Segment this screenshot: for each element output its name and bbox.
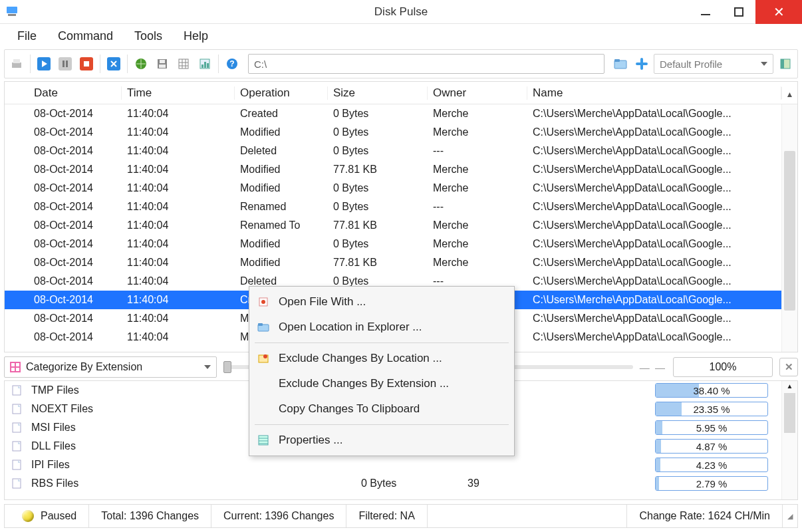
status-total: Total: 1396 Changes	[89, 505, 211, 527]
percent-bar: 4.23 %	[655, 458, 768, 472]
cell-name: C:\Users\Merche\AppData\Local\Google...	[527, 182, 797, 194]
open-file-icon	[256, 297, 271, 307]
list-item[interactable]: IPI Files4.23 %	[5, 456, 781, 474]
folder-open-icon	[256, 323, 271, 332]
list-item[interactable]: RBS Files0 Bytes392.79 %	[5, 474, 781, 493]
svg-rect-21	[204, 62, 206, 68]
menu-command[interactable]: Command	[47, 25, 124, 47]
ctx-open-file[interactable]: Open File With ...	[251, 289, 513, 315]
ctx-copy-clipboard[interactable]: Copy Changes To Clipboard	[251, 396, 513, 422]
add-icon[interactable]	[632, 55, 651, 73]
header-operation[interactable]: Operation	[235, 86, 328, 100]
cell-name: C:\Users\Merche\AppData\Local\Google...	[527, 126, 797, 138]
cell-time: 11:40:04	[122, 313, 235, 325]
header-name[interactable]: Name	[527, 86, 781, 100]
scroll-up-icon[interactable]: ▲	[781, 87, 797, 99]
status-current: Current: 1396 Changes	[211, 505, 346, 527]
cell-date: 08-Oct-2014	[29, 238, 122, 250]
file-icon	[5, 422, 29, 433]
clear-icon[interactable]	[104, 55, 123, 73]
cell-date: 08-Oct-2014	[29, 219, 122, 231]
cell-name: C:\Users\Merche\AppData\Local\Google...	[527, 257, 797, 269]
svg-rect-32	[11, 368, 15, 371]
svg-rect-5	[13, 59, 20, 63]
cell-date: 08-Oct-2014	[29, 331, 122, 343]
profile-selector[interactable]: Default Profile	[654, 54, 773, 74]
cell-name: C:\Users\Merche\AppData\Local\Google...	[527, 331, 797, 343]
grid-icon[interactable]	[174, 55, 193, 73]
category-scrollbar[interactable]: ▲	[781, 381, 797, 499]
categorize-percent: 100%	[673, 357, 773, 377]
cell-name: C:\Users\Merche\AppData\Local\Google...	[527, 201, 797, 213]
grid-scrollbar[interactable]	[781, 104, 797, 352]
table-row[interactable]: 08-Oct-201411:40:04Renamed To77.81 KBMer…	[5, 216, 797, 235]
cell-name: C:\Users\Merche\AppData\Local\Google...	[527, 108, 797, 120]
chart-icon[interactable]	[196, 55, 214, 73]
cell-operation: Modified	[235, 126, 328, 138]
cell-time: 11:40:04	[122, 331, 235, 343]
table-row[interactable]: 08-Oct-201411:40:04Modified0 BytesMerche…	[5, 179, 797, 198]
menubar: File Command Tools Help	[0, 24, 802, 48]
table-row[interactable]: 08-Oct-201411:40:04Modified0 BytesMerche…	[5, 123, 797, 142]
table-row[interactable]: 08-Oct-201411:40:04Modified0 BytesMerche…	[5, 235, 797, 253]
table-row[interactable]: 08-Oct-201411:40:04Modified77.81 KBMerch…	[5, 253, 797, 272]
file-icon	[5, 441, 29, 452]
stop-icon[interactable]	[77, 55, 96, 73]
minimize-button[interactable]	[689, 0, 722, 24]
cell-time: 11:40:04	[122, 257, 235, 269]
header-owner[interactable]: Owner	[428, 86, 527, 100]
cell-owner: Merche	[428, 182, 527, 194]
table-row[interactable]: 08-Oct-201411:40:04Created0 BytesMercheC…	[5, 104, 797, 123]
header-size[interactable]: Size	[328, 86, 428, 100]
file-icon	[5, 478, 29, 489]
ctx-exclude-extension[interactable]: Exclude Changes By Extension ...	[251, 371, 513, 396]
menu-file[interactable]: File	[7, 25, 47, 47]
context-menu: Open File With ... Open Location in Expl…	[249, 286, 515, 456]
save-icon[interactable]	[153, 55, 172, 73]
table-row[interactable]: 08-Oct-201411:40:04Renamed0 Bytes---C:\U…	[5, 198, 797, 216]
statusbar: Paused Total: 1396 Changes Current: 1396…	[4, 504, 798, 528]
cell-date: 08-Oct-2014	[29, 313, 122, 325]
cell-operation: Created	[235, 108, 328, 120]
header-time[interactable]: Time	[122, 86, 235, 100]
file-icon	[5, 404, 29, 414]
address-bar[interactable]: C:\	[248, 54, 604, 74]
print-icon[interactable]	[7, 55, 26, 73]
cell-date: 08-Oct-2014	[29, 182, 122, 194]
svg-rect-20	[201, 65, 203, 68]
maximize-button[interactable]	[722, 0, 755, 24]
header-date[interactable]: Date	[29, 86, 122, 100]
cell-operation: Deleted	[235, 145, 328, 157]
svg-rect-10	[66, 61, 68, 67]
table-row[interactable]: 08-Oct-201411:40:04Deleted0 Bytes---C:\U…	[5, 142, 797, 160]
cell-time: 11:40:04	[122, 182, 235, 194]
svg-rect-4	[12, 63, 21, 68]
help-icon[interactable]: ?	[223, 55, 241, 73]
cat-label: IPI Files	[29, 459, 361, 471]
categorize-selector[interactable]: Categorize By Extension	[4, 356, 217, 378]
properties-icon	[256, 435, 271, 446]
cell-time: 11:40:04	[122, 294, 235, 306]
table-row[interactable]: 08-Oct-201411:40:04Modified77.81 KBMerch…	[5, 160, 797, 179]
ctx-exclude-location[interactable]: Exclude Changes By Location ...	[251, 346, 513, 371]
close-button[interactable]: ✕	[755, 0, 802, 24]
cell-owner: Merche	[428, 257, 527, 269]
svg-rect-31	[16, 363, 19, 366]
cat-count: 39	[468, 477, 614, 489]
pause-icon[interactable]	[56, 55, 74, 73]
ctx-open-location[interactable]: Open Location in Explorer ...	[251, 315, 513, 340]
percent-bar: 4.87 %	[655, 439, 768, 454]
menu-tools[interactable]: Tools	[124, 25, 173, 47]
globe-icon[interactable]	[132, 55, 150, 73]
svg-rect-3	[735, 8, 743, 16]
svg-rect-16	[159, 65, 166, 68]
panel-icon[interactable]	[776, 55, 795, 73]
categorize-close-button[interactable]: ✕	[779, 358, 798, 376]
folder-icon[interactable]	[611, 55, 630, 73]
play-icon[interactable]	[35, 55, 53, 73]
menu-help[interactable]: Help	[173, 25, 219, 47]
cell-date: 08-Oct-2014	[29, 257, 122, 269]
ctx-properties[interactable]: Properties ...	[251, 428, 513, 453]
cell-owner: Merche	[428, 219, 527, 231]
file-icon	[5, 460, 29, 470]
